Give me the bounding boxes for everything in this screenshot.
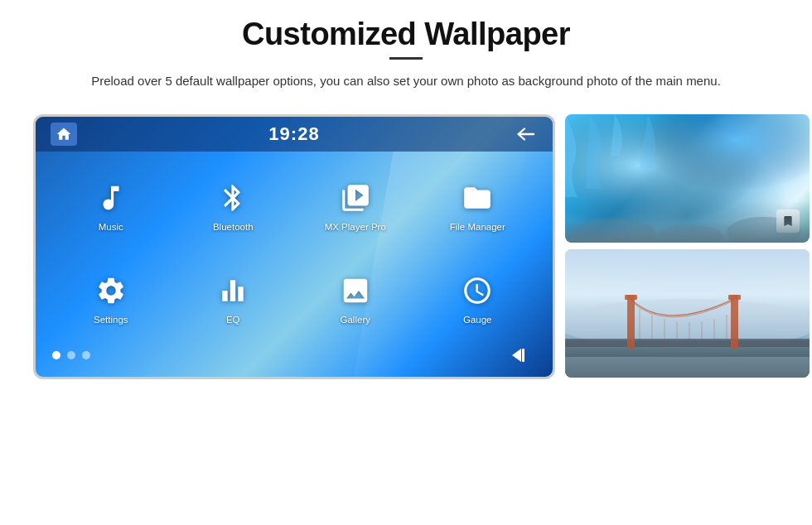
bridge-image [565,249,810,378]
mxplayer-icon-box [334,179,377,217]
svg-point-5 [656,224,723,243]
dot-1 [52,351,60,359]
eq-label: EQ [226,315,240,325]
bluetooth-label: Bluetooth [213,222,254,232]
bookmark-overlay [776,210,800,233]
settings-icon-box [89,272,133,310]
screen-bottom-bar [52,340,536,370]
home-icon[interactable] [51,123,77,146]
gallery-icon-box [334,272,377,310]
music-label: Music [99,222,123,232]
gauge-label: Gauge [463,315,492,325]
page-title: Customized Wallpaper [33,17,779,52]
content-row: 19:28 Mu [33,114,779,379]
app-music[interactable]: Music [52,163,170,248]
svg-rect-3 [565,114,810,243]
title-divider [389,57,423,60]
app-gauge[interactable]: Gauge [419,256,537,340]
app-grid: Music Bluetooth [52,163,536,340]
svg-rect-13 [731,295,738,349]
bluetooth-icon-box [211,179,254,217]
filemanager-label: File Manager [450,222,505,232]
pagination-dots [52,351,90,359]
dot-2 [67,351,75,359]
app-gallery[interactable]: Gallery [297,256,414,340]
music-icon-box [89,179,133,217]
svg-point-4 [573,218,656,243]
svg-point-6 [727,217,801,243]
page-container: Customized Wallpaper Preload over 5 defa… [0,0,812,525]
gallery-label: Gallery [341,315,370,325]
app-eq[interactable]: EQ [175,256,292,340]
title-section: Customized Wallpaper Preload over 5 defa… [33,17,779,91]
side-images [565,114,810,378]
gauge-icon-box [456,272,499,310]
screen-time: 19:28 [268,123,319,145]
mxplayer-label: MX Player Pro [325,222,386,232]
ice-cave-image [565,114,810,243]
app-filemanager[interactable]: File Manager [419,163,537,248]
app-bluetooth[interactable]: Bluetooth [175,163,292,248]
svg-marker-0 [512,349,521,362]
page-subtitle: Preload over 5 default wallpaper options… [66,71,746,91]
svg-rect-23 [565,357,810,378]
svg-rect-10 [565,339,810,347]
car-screen: 19:28 Mu [33,114,555,379]
app-mxplayer[interactable]: MX Player Pro [297,163,414,248]
app-settings[interactable]: Settings [52,256,170,340]
filemanager-icon-box [456,179,499,217]
skip-back-button[interactable] [506,344,536,367]
svg-rect-14 [728,295,741,300]
settings-label: Settings [94,315,128,325]
eq-icon-box [211,272,254,310]
back-icon[interactable] [511,123,538,146]
svg-rect-1 [522,349,524,362]
screen-top-bar: 19:28 [36,117,553,152]
screen-body: Music Bluetooth [36,152,553,377]
dot-3 [82,351,90,359]
